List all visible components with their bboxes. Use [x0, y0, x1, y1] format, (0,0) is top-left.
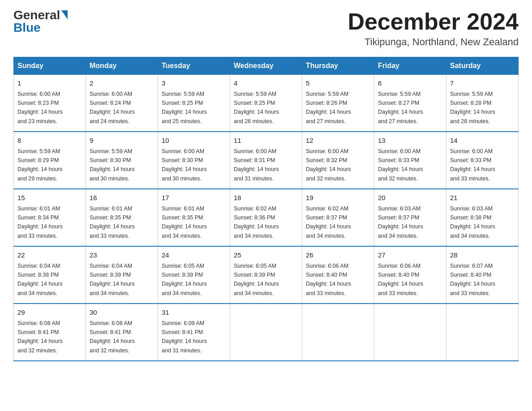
calendar-cell: 11 Sunrise: 6:00 AMSunset: 8:31 PMDaylig…: [230, 132, 302, 189]
day-number: 26: [306, 250, 370, 261]
calendar-cell: 23 Sunrise: 6:04 AMSunset: 8:39 PMDaylig…: [86, 246, 158, 304]
day-info: Sunrise: 5:59 AMSunset: 8:26 PMDaylight:…: [306, 91, 351, 124]
calendar-cell: 12 Sunrise: 6:00 AMSunset: 8:32 PMDaylig…: [302, 132, 374, 189]
day-number: 13: [378, 136, 442, 146]
day-info: Sunrise: 6:00 AMSunset: 8:33 PMDaylight:…: [378, 148, 423, 182]
day-info: Sunrise: 6:06 AMSunset: 8:40 PMDaylight:…: [306, 263, 351, 296]
day-info: Sunrise: 5:59 AMSunset: 8:29 PMDaylight:…: [17, 148, 63, 182]
calendar-cell: 26 Sunrise: 6:06 AMSunset: 8:40 PMDaylig…: [302, 246, 374, 304]
day-info: Sunrise: 5:59 AMSunset: 8:30 PMDaylight:…: [90, 148, 135, 182]
day-info: Sunrise: 6:00 AMSunset: 8:23 PMDaylight:…: [17, 91, 63, 124]
calendar-cell: 15 Sunrise: 6:01 AMSunset: 8:34 PMDaylig…: [14, 189, 86, 246]
calendar-title: December 2024: [348, 9, 519, 34]
logo-general-text: General: [13, 9, 60, 21]
day-info: Sunrise: 6:06 AMSunset: 8:40 PMDaylight:…: [378, 263, 423, 296]
calendar-cell: 25 Sunrise: 6:05 AMSunset: 8:39 PMDaylig…: [230, 246, 302, 304]
calendar-cell: [230, 304, 302, 361]
header-friday: Friday: [374, 57, 446, 75]
calendar-cell: 22 Sunrise: 6:04 AMSunset: 8:38 PMDaylig…: [14, 246, 86, 304]
day-number: 7: [450, 78, 515, 89]
calendar-cell: [374, 304, 446, 361]
day-number: 8: [17, 136, 82, 146]
calendar-cell: 10 Sunrise: 6:00 AMSunset: 8:30 PMDaylig…: [158, 132, 230, 189]
day-number: 28: [450, 250, 515, 261]
day-info: Sunrise: 6:00 AMSunset: 8:24 PMDaylight:…: [90, 91, 135, 124]
day-info: Sunrise: 6:07 AMSunset: 8:40 PMDaylight:…: [450, 263, 495, 296]
calendar-week-row: 15 Sunrise: 6:01 AMSunset: 8:34 PMDaylig…: [14, 189, 519, 246]
day-info: Sunrise: 6:01 AMSunset: 8:35 PMDaylight:…: [162, 206, 207, 239]
day-number: 16: [90, 193, 154, 203]
calendar-cell: 18 Sunrise: 6:02 AMSunset: 8:36 PMDaylig…: [230, 189, 302, 246]
calendar-cell: 9 Sunrise: 5:59 AMSunset: 8:30 PMDayligh…: [86, 132, 158, 189]
calendar-cell: 1 Sunrise: 6:00 AMSunset: 8:23 PMDayligh…: [14, 75, 86, 132]
calendar-cell: 19 Sunrise: 6:02 AMSunset: 8:37 PMDaylig…: [302, 189, 374, 246]
header-saturday: Saturday: [446, 57, 519, 75]
day-number: 25: [234, 250, 298, 261]
day-number: 17: [162, 193, 226, 203]
logo: General Blue: [13, 9, 68, 34]
header-monday: Monday: [86, 57, 158, 75]
calendar-cell: 5 Sunrise: 5:59 AMSunset: 8:26 PMDayligh…: [302, 75, 374, 132]
logo-triangle-icon: [61, 10, 68, 19]
calendar-cell: 3 Sunrise: 5:59 AMSunset: 8:25 PMDayligh…: [158, 75, 230, 132]
day-number: 10: [162, 136, 226, 146]
calendar-cell: 13 Sunrise: 6:00 AMSunset: 8:33 PMDaylig…: [374, 132, 446, 189]
calendar-cell: 24 Sunrise: 6:05 AMSunset: 8:39 PMDaylig…: [158, 246, 230, 304]
day-info: Sunrise: 6:04 AMSunset: 8:38 PMDaylight:…: [17, 263, 63, 296]
day-info: Sunrise: 6:03 AMSunset: 8:38 PMDaylight:…: [450, 206, 495, 239]
calendar-cell: 30 Sunrise: 6:08 AMSunset: 8:41 PMDaylig…: [86, 304, 158, 361]
calendar-cell: 16 Sunrise: 6:01 AMSunset: 8:35 PMDaylig…: [86, 189, 158, 246]
day-info: Sunrise: 6:04 AMSunset: 8:39 PMDaylight:…: [90, 263, 135, 296]
calendar-cell: 28 Sunrise: 6:07 AMSunset: 8:40 PMDaylig…: [446, 246, 519, 304]
day-number: 4: [234, 78, 298, 89]
day-info: Sunrise: 5:59 AMSunset: 8:25 PMDaylight:…: [234, 91, 279, 124]
day-info: Sunrise: 6:00 AMSunset: 8:33 PMDaylight:…: [450, 148, 495, 182]
day-info: Sunrise: 5:59 AMSunset: 8:28 PMDaylight:…: [450, 91, 495, 124]
calendar-cell: 2 Sunrise: 6:00 AMSunset: 8:24 PMDayligh…: [86, 75, 158, 132]
day-info: Sunrise: 6:08 AMSunset: 8:41 PMDaylight:…: [90, 320, 135, 354]
title-block: December 2024 Tikipunga, Northland, New …: [348, 9, 519, 48]
day-number: 14: [450, 136, 515, 146]
calendar-week-row: 1 Sunrise: 6:00 AMSunset: 8:23 PMDayligh…: [14, 75, 519, 132]
day-number: 29: [17, 308, 82, 318]
day-number: 15: [17, 193, 82, 203]
day-number: 27: [378, 250, 442, 261]
calendar-cell: 29 Sunrise: 6:08 AMSunset: 8:41 PMDaylig…: [14, 304, 86, 361]
day-info: Sunrise: 5:59 AMSunset: 8:25 PMDaylight:…: [162, 91, 207, 124]
calendar-table: SundayMondayTuesdayWednesdayThursdayFrid…: [13, 57, 519, 361]
calendar-cell: 14 Sunrise: 6:00 AMSunset: 8:33 PMDaylig…: [446, 132, 519, 189]
day-number: 18: [234, 193, 298, 203]
day-info: Sunrise: 6:01 AMSunset: 8:34 PMDaylight:…: [17, 206, 63, 239]
calendar-week-row: 22 Sunrise: 6:04 AMSunset: 8:38 PMDaylig…: [14, 246, 519, 304]
calendar-week-row: 29 Sunrise: 6:08 AMSunset: 8:41 PMDaylig…: [14, 304, 519, 361]
calendar-cell: 31 Sunrise: 6:09 AMSunset: 8:41 PMDaylig…: [158, 304, 230, 361]
day-number: 2: [90, 78, 154, 89]
header-tuesday: Tuesday: [158, 57, 230, 75]
day-number: 30: [90, 308, 154, 318]
day-info: Sunrise: 6:01 AMSunset: 8:35 PMDaylight:…: [90, 206, 135, 239]
day-info: Sunrise: 6:00 AMSunset: 8:31 PMDaylight:…: [234, 148, 279, 182]
calendar-cell: [446, 304, 519, 361]
day-info: Sunrise: 6:09 AMSunset: 8:41 PMDaylight:…: [162, 320, 207, 354]
logo-blue-text: Blue: [13, 21, 41, 34]
day-number: 5: [306, 78, 370, 89]
day-number: 19: [306, 193, 370, 203]
header-wednesday: Wednesday: [230, 57, 302, 75]
calendar-subtitle: Tikipunga, Northland, New Zealand: [348, 36, 519, 48]
page-header: General Blue December 2024 Tikipunga, No…: [13, 9, 519, 48]
day-number: 21: [450, 193, 515, 203]
day-info: Sunrise: 6:05 AMSunset: 8:39 PMDaylight:…: [234, 263, 279, 296]
calendar-week-row: 8 Sunrise: 5:59 AMSunset: 8:29 PMDayligh…: [14, 132, 519, 189]
day-info: Sunrise: 6:05 AMSunset: 8:39 PMDaylight:…: [162, 263, 207, 296]
day-number: 11: [234, 136, 298, 146]
day-info: Sunrise: 6:03 AMSunset: 8:37 PMDaylight:…: [378, 206, 423, 239]
day-info: Sunrise: 6:00 AMSunset: 8:32 PMDaylight:…: [306, 148, 351, 182]
day-number: 3: [162, 78, 226, 89]
calendar-cell: 6 Sunrise: 5:59 AMSunset: 8:27 PMDayligh…: [374, 75, 446, 132]
calendar-cell: 4 Sunrise: 5:59 AMSunset: 8:25 PMDayligh…: [230, 75, 302, 132]
day-info: Sunrise: 6:08 AMSunset: 8:41 PMDaylight:…: [17, 320, 63, 354]
day-number: 24: [162, 250, 226, 261]
header-sunday: Sunday: [14, 57, 86, 75]
calendar-cell: 21 Sunrise: 6:03 AMSunset: 8:38 PMDaylig…: [446, 189, 519, 246]
day-info: Sunrise: 6:02 AMSunset: 8:37 PMDaylight:…: [306, 206, 351, 239]
